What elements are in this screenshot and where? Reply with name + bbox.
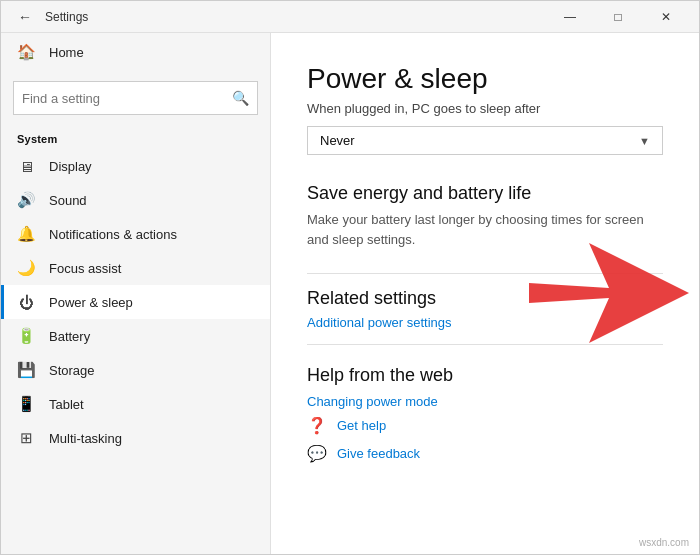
sidebar-item-notifications[interactable]: 🔔 Notifications & actions (1, 217, 270, 251)
help-heading: Help from the web (307, 365, 663, 386)
sleep-dropdown-value: Never (320, 133, 355, 148)
watermark: wsxdn.com (639, 537, 689, 548)
multitasking-label: Multi-tasking (49, 431, 122, 446)
get-help-link[interactable]: Get help (337, 418, 386, 433)
search-icon: 🔍 (232, 90, 249, 106)
save-energy-text: Make your battery last longer by choosin… (307, 210, 663, 249)
save-energy-heading: Save energy and battery life (307, 183, 663, 204)
get-help-item: ❓ Get help (307, 415, 663, 435)
search-input[interactable] (22, 91, 232, 106)
home-icon: 🏠 (17, 43, 35, 61)
battery-icon: 🔋 (17, 327, 35, 345)
get-help-icon: ❓ (307, 415, 327, 435)
content-area: 🏠 Home 🔍 System 🖥 Display 🔊 Sound 🔔 Noti… (1, 33, 699, 554)
sidebar-item-home[interactable]: 🏠 Home (1, 33, 270, 71)
minimize-button[interactable]: — (547, 1, 593, 33)
home-label: Home (49, 45, 84, 60)
display-label: Display (49, 159, 92, 174)
close-button[interactable]: ✕ (643, 1, 689, 33)
give-feedback-icon: 💬 (307, 443, 327, 463)
sleep-dropdown[interactable]: Never ▼ (307, 126, 663, 155)
window-title: Settings (45, 10, 88, 24)
sidebar-item-tablet[interactable]: 📱 Tablet (1, 387, 270, 421)
sound-icon: 🔊 (17, 191, 35, 209)
sidebar-item-display[interactable]: 🖥 Display (1, 149, 270, 183)
focus-icon: 🌙 (17, 259, 35, 277)
focus-label: Focus assist (49, 261, 121, 276)
back-button[interactable]: ← (11, 3, 39, 31)
chevron-down-icon: ▼ (639, 135, 650, 147)
notifications-label: Notifications & actions (49, 227, 177, 242)
titlebar: ← Settings — □ ✕ (1, 1, 699, 33)
multitasking-icon: ⊞ (17, 429, 35, 447)
sidebar-item-storage[interactable]: 💾 Storage (1, 353, 270, 387)
give-feedback-link[interactable]: Give feedback (337, 446, 420, 461)
display-icon: 🖥 (17, 157, 35, 175)
power-icon: ⏻ (17, 293, 35, 311)
search-box[interactable]: 🔍 (13, 81, 258, 115)
page-title: Power & sleep (307, 63, 663, 95)
sidebar-item-power[interactable]: ⏻ Power & sleep (1, 285, 270, 319)
sidebar: 🏠 Home 🔍 System 🖥 Display 🔊 Sound 🔔 Noti… (1, 33, 271, 554)
divider2 (307, 344, 663, 345)
tablet-label: Tablet (49, 397, 84, 412)
window-controls: — □ ✕ (547, 1, 689, 33)
sidebar-item-battery[interactable]: 🔋 Battery (1, 319, 270, 353)
additional-power-link[interactable]: Additional power settings (307, 315, 663, 330)
main-content: Power & sleep When plugged in, PC goes t… (271, 33, 699, 554)
sound-label: Sound (49, 193, 87, 208)
changing-power-link[interactable]: Changing power mode (307, 394, 663, 409)
sidebar-item-multitasking[interactable]: ⊞ Multi-tasking (1, 421, 270, 455)
storage-icon: 💾 (17, 361, 35, 379)
tablet-icon: 📱 (17, 395, 35, 413)
sleep-subtitle: When plugged in, PC goes to sleep after (307, 101, 663, 116)
storage-label: Storage (49, 363, 95, 378)
settings-window: ← Settings — □ ✕ 🏠 Home 🔍 System 🖥 Displ… (0, 0, 700, 555)
divider (307, 273, 663, 274)
sidebar-item-sound[interactable]: 🔊 Sound (1, 183, 270, 217)
related-settings-heading: Related settings (307, 288, 663, 309)
notifications-icon: 🔔 (17, 225, 35, 243)
power-label: Power & sleep (49, 295, 133, 310)
maximize-button[interactable]: □ (595, 1, 641, 33)
battery-label: Battery (49, 329, 90, 344)
sidebar-section-label: System (1, 125, 270, 149)
sidebar-item-focus[interactable]: 🌙 Focus assist (1, 251, 270, 285)
give-feedback-item: 💬 Give feedback (307, 443, 663, 463)
